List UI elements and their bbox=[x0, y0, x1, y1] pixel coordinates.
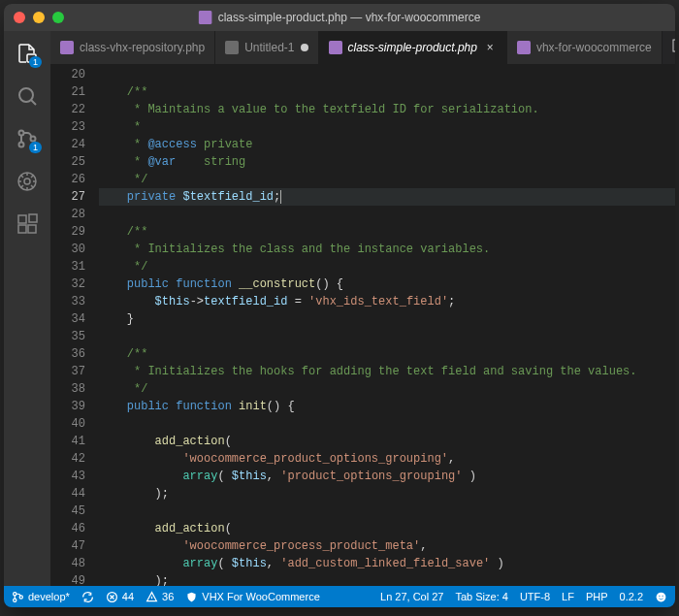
svg-point-2 bbox=[19, 88, 33, 102]
svg-rect-9 bbox=[18, 225, 26, 233]
tab-actions bbox=[663, 31, 675, 64]
tab-label: class-simple-product.php bbox=[348, 41, 477, 54]
tab-label: Untitled-1 bbox=[244, 41, 294, 54]
svg-rect-12 bbox=[60, 41, 74, 54]
svg-rect-15 bbox=[517, 41, 531, 54]
split-editor-icon[interactable] bbox=[672, 38, 675, 57]
close-window-button[interactable] bbox=[14, 12, 25, 23]
svg-point-24 bbox=[657, 592, 666, 601]
minimize-window-button[interactable] bbox=[33, 12, 45, 23]
svg-point-20 bbox=[14, 592, 16, 595]
svg-point-5 bbox=[31, 137, 36, 142]
svg-point-21 bbox=[14, 599, 16, 601]
warning-count-value: 36 bbox=[162, 591, 174, 602]
tab-label: class-vhx-repository.php bbox=[80, 41, 205, 54]
file-file-icon bbox=[225, 41, 239, 54]
maximize-window-button[interactable] bbox=[52, 12, 64, 23]
svg-rect-11 bbox=[29, 214, 37, 222]
tab-0[interactable]: class-vhx-repository.php bbox=[50, 31, 215, 64]
explorer-badge: 1 bbox=[29, 56, 42, 68]
git-branch[interactable]: develop* bbox=[12, 591, 70, 603]
svg-point-25 bbox=[659, 595, 660, 596]
svg-point-26 bbox=[662, 595, 663, 596]
feedback-icon[interactable] bbox=[655, 591, 667, 603]
cursor-position[interactable]: Ln 27, Col 27 bbox=[380, 591, 443, 602]
language-mode[interactable]: PHP bbox=[586, 591, 608, 602]
version[interactable]: 0.2.2 bbox=[620, 591, 643, 602]
php-file-icon bbox=[199, 11, 212, 24]
tab-3[interactable]: vhx-for-woocommerce bbox=[507, 31, 663, 64]
activity-bar: 1 1 bbox=[4, 31, 50, 586]
explorer-icon[interactable]: 1 bbox=[15, 41, 40, 66]
extensions-icon[interactable] bbox=[15, 211, 40, 237]
svg-rect-8 bbox=[18, 215, 26, 223]
branch-name: develop* bbox=[28, 591, 70, 602]
tab-size[interactable]: Tab Size: 4 bbox=[455, 591, 507, 602]
code-content[interactable]: /** * Maintains a value to the textfield… bbox=[99, 64, 675, 586]
close-tab-icon[interactable]: × bbox=[483, 41, 497, 54]
sync-button[interactable] bbox=[81, 591, 94, 603]
tab-1[interactable]: Untitled-1 bbox=[215, 31, 318, 64]
eol[interactable]: LF bbox=[562, 591, 574, 602]
debug-icon[interactable] bbox=[15, 169, 40, 194]
source-control-icon[interactable]: 1 bbox=[15, 126, 40, 151]
php-file-icon bbox=[60, 41, 74, 54]
editor-area: class-vhx-repository.phpUntitled-1class-… bbox=[50, 31, 675, 586]
code-editor[interactable]: 2021222324252627282930313233343536373839… bbox=[50, 64, 675, 586]
tab-bar: class-vhx-repository.phpUntitled-1class-… bbox=[50, 31, 675, 64]
project-name-value: VHX For WooCommerce bbox=[202, 591, 319, 602]
project-name[interactable]: VHX For WooCommerce bbox=[185, 591, 319, 603]
svg-point-7 bbox=[24, 178, 30, 184]
tab-2[interactable]: class-simple-product.php× bbox=[319, 31, 507, 64]
traffic-lights bbox=[14, 12, 64, 23]
svg-rect-16 bbox=[673, 40, 675, 51]
error-count-value: 44 bbox=[122, 591, 134, 602]
svg-point-4 bbox=[19, 143, 24, 147]
titlebar[interactable]: class-simple-product.php — vhx-for-wooco… bbox=[4, 4, 675, 31]
svg-rect-10 bbox=[28, 225, 36, 233]
main-area: 1 1 class-vhx-repository.phpUntitled-1cl… bbox=[4, 31, 675, 586]
status-bar: develop* 44 36 VHX For WooCommerce Ln 27… bbox=[4, 586, 675, 607]
svg-point-3 bbox=[19, 131, 24, 136]
scm-badge: 1 bbox=[29, 142, 42, 153]
php-file-icon bbox=[329, 41, 342, 54]
warning-count[interactable]: 36 bbox=[146, 591, 174, 603]
line-numbers: 2021222324252627282930313233343536373839… bbox=[50, 64, 99, 586]
error-count[interactable]: 44 bbox=[106, 591, 134, 603]
php-file-icon bbox=[517, 41, 531, 54]
window-title: class-simple-product.php — vhx-for-wooco… bbox=[199, 11, 481, 24]
svg-rect-0 bbox=[199, 11, 212, 24]
svg-rect-14 bbox=[329, 41, 342, 54]
encoding[interactable]: UTF-8 bbox=[520, 591, 550, 602]
search-icon[interactable] bbox=[15, 83, 40, 109]
tab-label: vhx-for-woocommerce bbox=[536, 41, 652, 54]
window-title-text: class-simple-product.php — vhx-for-wooco… bbox=[218, 11, 481, 24]
dirty-indicator-icon bbox=[301, 44, 308, 51]
editor-window: class-simple-product.php — vhx-for-wooco… bbox=[4, 4, 675, 607]
svg-rect-13 bbox=[225, 41, 239, 54]
